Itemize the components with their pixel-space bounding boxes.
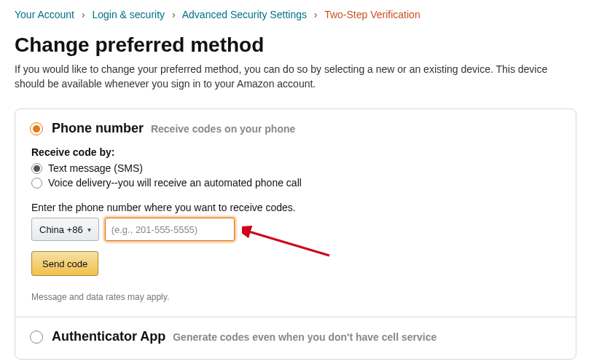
send-code-button[interactable]: Send code xyxy=(31,251,98,276)
section-phone-subtitle: Receive codes on your phone xyxy=(151,123,295,135)
page-title: Change preferred method xyxy=(15,33,576,57)
arrow-icon xyxy=(242,225,337,261)
radio-authenticator-method[interactable] xyxy=(30,331,43,344)
radio-voice[interactable] xyxy=(31,178,42,189)
radio-sms[interactable] xyxy=(31,163,42,174)
option-voice-label: Voice delivery--you will receive an auto… xyxy=(48,177,302,189)
method-panel: Phone number Receive codes on your phone… xyxy=(15,108,576,360)
breadcrumb-link-advanced-security[interactable]: Advanced Security Settings xyxy=(182,9,307,20)
breadcrumb-sep: › xyxy=(82,9,85,20)
breadcrumb-sep: › xyxy=(314,9,318,20)
breadcrumb-sep: › xyxy=(172,9,176,20)
option-sms[interactable]: Text message (SMS) xyxy=(31,162,561,174)
section-authenticator-subtitle: Generate codes even when you don't have … xyxy=(173,331,437,343)
section-authenticator-title: Authenticator App xyxy=(52,329,165,344)
svg-line-0 xyxy=(246,231,329,256)
country-code-value: China +86 xyxy=(39,224,83,235)
breadcrumb-link-login-security[interactable]: Login & security xyxy=(92,9,165,20)
phone-number-input[interactable] xyxy=(105,218,235,241)
option-voice[interactable]: Voice delivery--you will receive an auto… xyxy=(31,177,561,189)
section-authenticator[interactable]: Authenticator App Generate codes even wh… xyxy=(15,317,576,359)
country-code-select[interactable]: China +86 ▾ xyxy=(31,218,99,241)
rates-footnote: Message and data rates may apply. xyxy=(31,292,561,302)
breadcrumb-link-account[interactable]: Your Account xyxy=(15,9,74,20)
receive-code-by-label: Receive code by: xyxy=(31,146,561,158)
enter-number-label: Enter the phone number where you want to… xyxy=(31,202,561,213)
chevron-down-icon: ▾ xyxy=(87,226,91,234)
radio-phone-method[interactable] xyxy=(30,122,43,135)
section-phone-title: Phone number xyxy=(52,121,144,135)
breadcrumb-current: Two-Step Verification xyxy=(324,9,420,20)
page-description: If you would like to change your preferr… xyxy=(15,63,576,91)
section-phone: Phone number Receive codes on your phone… xyxy=(15,109,576,317)
option-sms-label: Text message (SMS) xyxy=(48,162,143,174)
breadcrumb: Your Account › Login & security › Advanc… xyxy=(15,9,576,20)
